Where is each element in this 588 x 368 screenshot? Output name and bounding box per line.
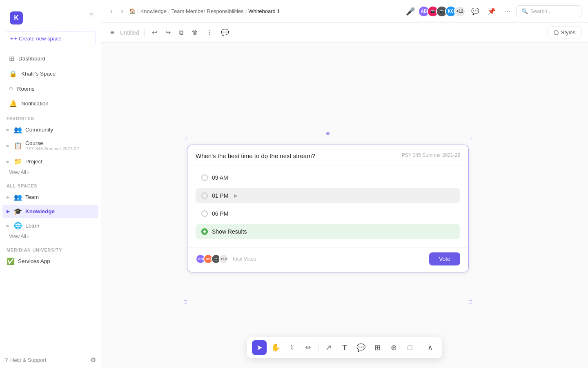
- tool-pen-button[interactable]: ✏: [301, 340, 316, 355]
- nav-item-khalils-space[interactable]: 🔒 Khalil's Space: [2, 67, 98, 81]
- tool-expand-button[interactable]: ∧: [423, 340, 437, 355]
- breadcrumb-sep-2: /: [168, 8, 170, 14]
- breadcrumb-responsibilities[interactable]: Team Member Responsibilities: [172, 8, 244, 14]
- knowledge-label: Knowledge: [25, 208, 55, 214]
- lasso-icon: ⌇: [290, 344, 294, 352]
- plus-icon: +: [10, 36, 13, 42]
- sidebar-collapse-button[interactable]: ≡: [87, 8, 96, 22]
- all-spaces-section-label: ALL SPACES: [0, 178, 101, 190]
- home-icon[interactable]: 🏠: [129, 8, 136, 14]
- table-icon: ⊞: [374, 343, 381, 352]
- sidebar-item-project[interactable]: ▶ 📁 Project: [2, 155, 98, 168]
- tool-connect-button[interactable]: ⊕: [386, 340, 401, 355]
- avatar-group: AB 📷 📷 KC +12: [418, 6, 466, 17]
- show-results-label: Show Results: [212, 228, 247, 235]
- team-label: Team: [25, 194, 39, 200]
- styles-button[interactable]: Styles: [548, 27, 581, 38]
- tool-hand-button[interactable]: ✋: [268, 340, 283, 355]
- toolbar-divider-2: [420, 343, 420, 352]
- services-app-label: Services App: [18, 258, 50, 264]
- topbar: ‹ › 🏠 / Knowledge / Team Member Responsi…: [101, 0, 588, 23]
- whiteboard-toolbar: ≡ Untitled ↩ ↪ ⧉ 🗑 ⋮ 💬 Styles: [101, 23, 588, 42]
- learn-icon: 🌐: [14, 222, 22, 230]
- text-icon: T: [343, 343, 347, 352]
- settings-button[interactable]: ⚙: [90, 356, 96, 364]
- bottom-toolbar: ➤ ✋ ⌇ ✏ ↗ T 💬 ⊞: [247, 337, 442, 358]
- sidebar: K ≡ + + Create new space ⊞ Dashboard 🔒 K…: [0, 0, 101, 368]
- create-space-label: + Create new space: [14, 36, 62, 42]
- undo-button[interactable]: ↩: [149, 27, 160, 38]
- poll-option-09am[interactable]: 09 AM: [196, 170, 460, 185]
- chevron-right-icon: ›: [27, 234, 29, 239]
- search-box[interactable]: 🔍 Search...: [516, 5, 581, 17]
- poll-option-01pm[interactable]: 01 PM ▶: [196, 188, 460, 203]
- connect-icon: ⊕: [391, 343, 397, 352]
- mic-button[interactable]: 🎤: [406, 7, 415, 16]
- tool-arrow-button[interactable]: ↗: [321, 340, 336, 355]
- sidebar-item-learn[interactable]: ▶ 🌐 Learn: [2, 219, 98, 232]
- whiteboard-canvas[interactable]: When's the best time to do the next stre…: [101, 42, 588, 368]
- nav-item-rooms[interactable]: ○ Rooms: [2, 82, 98, 96]
- menu-button[interactable]: ≡: [108, 27, 116, 38]
- nav-item-notification-label: Notification: [21, 100, 49, 107]
- bell-icon: 🔔: [9, 100, 17, 107]
- create-space-button[interactable]: + + Create new space: [5, 31, 96, 46]
- breadcrumb-current: Whiteboard 1: [248, 8, 280, 14]
- poll-course-label: PSY 345 Summer 2021-22: [402, 152, 460, 158]
- view-all-favorites-label: View All: [9, 170, 26, 175]
- poll-option-06pm[interactable]: 06 PM: [196, 206, 460, 221]
- poll-question: When's the best time to do the next stre…: [196, 152, 315, 159]
- pen-icon: ✏: [305, 343, 312, 352]
- nav-item-rooms-label: Rooms: [17, 86, 35, 92]
- sidebar-header: K ≡: [0, 0, 101, 28]
- poll-option-show-results[interactable]: Show Results: [196, 224, 460, 239]
- forward-button[interactable]: ›: [118, 5, 126, 17]
- chat-button[interactable]: 💬: [469, 5, 482, 18]
- comment-button[interactable]: 💬: [218, 27, 232, 38]
- services-icon: ✅: [7, 257, 15, 265]
- chevron-icon: ▶: [7, 159, 10, 164]
- nav-item-dashboard[interactable]: ⊞ Dashboard: [2, 51, 98, 66]
- vote-button[interactable]: Vote: [429, 252, 460, 265]
- sidebar-item-course[interactable]: ▶ 📋 Course PSY 345 Summer 2021-22: [2, 137, 98, 154]
- redo-button[interactable]: ↪: [163, 27, 173, 38]
- delete-button[interactable]: 🗑: [189, 27, 200, 38]
- view-all-spaces-label: View All: [9, 234, 26, 239]
- knowledge-icon: 🎓: [14, 207, 22, 215]
- view-all-favorites-link[interactable]: View All ›: [0, 169, 101, 178]
- chevron-right-icon: ›: [27, 170, 29, 175]
- tool-text-button[interactable]: T: [337, 340, 352, 355]
- more-options-button[interactable]: ⋮: [204, 27, 215, 38]
- nav-item-notification[interactable]: 🔔 Notification: [2, 96, 98, 111]
- sidebar-item-team[interactable]: ▶ 👥 Team: [2, 190, 98, 204]
- breadcrumb-knowledge[interactable]: Knowledge: [140, 8, 167, 14]
- hand-icon: ✋: [271, 343, 280, 352]
- back-button[interactable]: ‹: [108, 5, 115, 17]
- sidebar-item-community[interactable]: ▶ 👥 Community: [2, 123, 98, 136]
- view-all-spaces-link[interactable]: View All ›: [0, 233, 101, 243]
- tool-shape-button[interactable]: □: [403, 340, 417, 355]
- breadcrumb: 🏠 / Knowledge / Team Member Responsibili…: [129, 8, 280, 14]
- document-title[interactable]: Untitled: [120, 29, 139, 36]
- chevron-icon: ▶: [7, 143, 10, 148]
- poll-footer: AB AK 📷 +12 Total Votes Vote: [187, 247, 468, 272]
- cursor-icon: ➤: [256, 343, 263, 352]
- sidebar-item-services-app[interactable]: ✅ Services App: [2, 254, 98, 268]
- tool-comment-button[interactable]: 💬: [354, 340, 368, 355]
- sidebar-item-knowledge[interactable]: ▶ 🎓 Knowledge: [2, 205, 98, 218]
- tool-table-button[interactable]: ⊞: [370, 340, 385, 355]
- tool-cursor-button[interactable]: ➤: [252, 340, 267, 355]
- team-icon: 👥: [14, 193, 22, 201]
- tool-lasso-button[interactable]: ⌇: [285, 340, 299, 355]
- poll-voters: AB AK 📷 +12 Total Votes: [196, 254, 256, 264]
- search-icon: 🔍: [521, 8, 528, 14]
- project-icon: 📁: [14, 158, 22, 165]
- course-icon: 📋: [14, 142, 22, 149]
- pin-button[interactable]: 📌: [485, 5, 498, 18]
- poll-header: When's the best time to do the next stre…: [187, 145, 468, 165]
- arrow-icon: ↗: [325, 343, 332, 352]
- more-button[interactable]: ⋯: [501, 5, 513, 18]
- copy-button[interactable]: ⧉: [176, 27, 186, 38]
- help-support-link[interactable]: ? Help & Support: [5, 357, 46, 363]
- breadcrumb-sep-3: /: [245, 8, 247, 14]
